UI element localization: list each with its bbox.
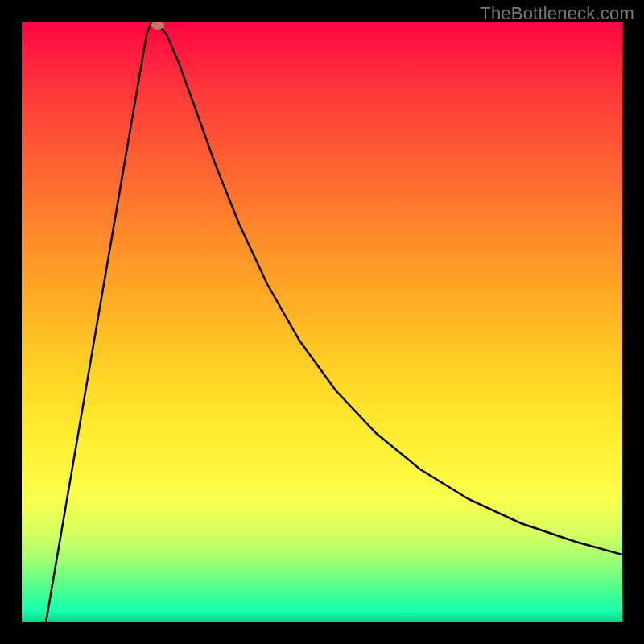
chart-frame: TheBottleneck.com (0, 0, 644, 644)
curve-svg (22, 22, 622, 622)
bottleneck-curve (46, 23, 622, 622)
plot-area (22, 22, 622, 622)
attribution-watermark: TheBottleneck.com (480, 3, 634, 24)
optimal-point-marker (151, 22, 164, 30)
